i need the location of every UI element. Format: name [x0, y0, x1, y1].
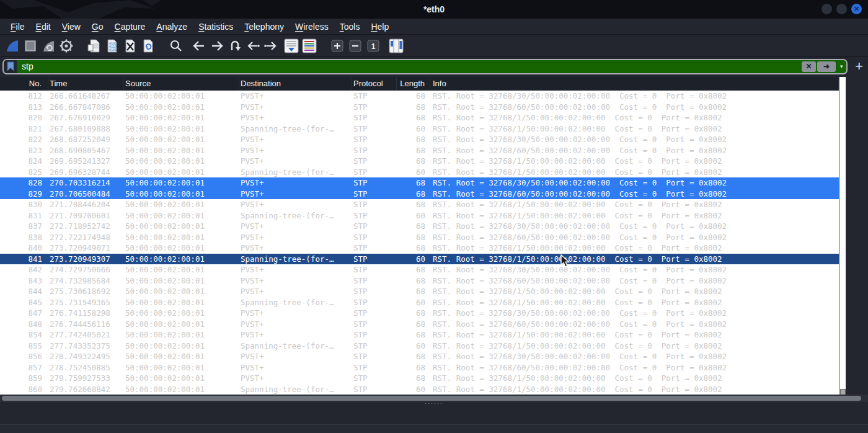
- column-header-time[interactable]: Time: [48, 77, 124, 91]
- packet-row[interactable]: 831271.70970060150:00:00:02:00:01Spannin…: [0, 210, 839, 221]
- packet-row[interactable]: 848276.74445611650:00:00:02:00:01PVST+ST…: [0, 319, 839, 330]
- packet-row[interactable]: 845275.73154936550:00:00:02:00:01Spannin…: [0, 297, 839, 308]
- close-button[interactable]: ✕: [851, 4, 862, 14]
- minimize-button[interactable]: [822, 4, 832, 14]
- go-forward-icon[interactable]: [208, 37, 225, 54]
- cell-protocol: STP: [352, 254, 397, 265]
- packet-row[interactable]: 855277.74335237550:00:00:02:00:01Spannin…: [0, 341, 839, 352]
- packet-row[interactable]: 854277.74240502150:00:00:02:00:01PVST+ST…: [0, 329, 839, 341]
- column-header-source[interactable]: Source: [124, 77, 239, 91]
- go-first-packet-icon[interactable]: [244, 37, 261, 54]
- column-header-info[interactable]: Info: [430, 77, 839, 91]
- cell-source: 50:00:00:02:00:01: [124, 145, 239, 156]
- menu-capture[interactable]: Capture: [109, 20, 151, 33]
- go-back-icon[interactable]: [190, 37, 207, 54]
- cell-protocol: STP: [352, 329, 397, 341]
- filter-apply-button[interactable]: ➜: [817, 61, 836, 72]
- capture-options-icon[interactable]: [58, 37, 74, 54]
- cell-destination: PVST+: [239, 199, 352, 210]
- packet-row[interactable]: 840273.72094907150:00:00:02:00:01PVST+ST…: [0, 243, 839, 254]
- cell-time: 274.729750666: [48, 264, 124, 275]
- column-header-destination[interactable]: Destination: [239, 77, 352, 91]
- menu-tools[interactable]: Tools: [334, 20, 366, 33]
- cell-info: RST. Root = 32768/60/50:00:00:02:00:00 C…: [430, 319, 839, 330]
- go-to-packet-icon[interactable]: [226, 37, 243, 54]
- packet-row[interactable]: 825269.69632874450:00:00:02:00:01Spannin…: [0, 167, 839, 178]
- cell-protocol: STP: [352, 264, 397, 275]
- filter-bookmark-button[interactable]: [4, 60, 17, 73]
- packet-row[interactable]: 830271.70844620450:00:00:02:00:01PVST+ST…: [0, 199, 839, 210]
- packet-row[interactable]: 859279.75992753350:00:00:02:00:01PVST+ST…: [0, 373, 839, 384]
- cell-destination: Spanning-tree-(for-…: [239, 297, 352, 308]
- column-header-length[interactable]: Length: [397, 77, 430, 91]
- packet-row[interactable]: 844275.73061869250:00:00:02:00:01PVST+ST…: [0, 286, 839, 297]
- cell-info: RST. Root = 32768/1/50:00:00:02:00:00 Co…: [430, 199, 839, 210]
- menu-analyze[interactable]: Analyze: [151, 20, 193, 33]
- packet-row[interactable]: 820267.67691002950:00:00:02:00:01PVST+ST…: [0, 112, 839, 123]
- packet-row[interactable]: 813266.66784708650:00:00:02:00:01PVST+ST…: [0, 102, 839, 113]
- stop-capture-icon[interactable]: [22, 37, 38, 54]
- packet-row[interactable]: 823268.69080546750:00:00:02:00:01PVST+ST…: [0, 145, 839, 156]
- start-capture-icon[interactable]: [4, 37, 20, 54]
- cell-destination: Spanning-tree-(for-…: [239, 384, 352, 395]
- find-packet-icon[interactable]: [167, 37, 184, 54]
- packet-row[interactable]: 828270.70331621450:00:00:02:00:01PVST+ST…: [0, 177, 839, 189]
- column-header-protocol[interactable]: Protocol: [352, 77, 397, 91]
- packet-row[interactable]: 838272.72217494850:00:00:02:00:01PVST+ST…: [0, 232, 839, 243]
- cell-source: 50:00:00:02:00:01: [124, 210, 239, 221]
- reload-file-icon[interactable]: [140, 37, 156, 54]
- menu-view[interactable]: View: [56, 20, 86, 33]
- packet-row[interactable]: 821267.68010988850:00:00:02:00:01Spannin…: [0, 123, 839, 135]
- restart-capture-icon[interactable]: [40, 37, 56, 54]
- menu-wireless[interactable]: Wireless: [290, 20, 334, 33]
- close-file-icon[interactable]: [122, 37, 138, 54]
- filter-dropdown-caret[interactable]: ▼: [836, 60, 846, 73]
- packet-row[interactable]: 822268.68725204950:00:00:02:00:01PVST+ST…: [0, 134, 839, 145]
- packet-row[interactable]: 824269.69524132750:00:00:02:00:01PVST+ST…: [0, 156, 839, 167]
- packet-row[interactable]: 860279.76266884250:00:00:02:00:01Spannin…: [0, 384, 839, 395]
- resize-columns-icon[interactable]: [388, 37, 404, 54]
- packet-row[interactable]: 837272.71895274250:00:00:02:00:01PVST+ST…: [0, 221, 839, 232]
- zoom-out-icon[interactable]: [347, 37, 363, 54]
- cell-no: 813: [0, 102, 48, 113]
- auto-scroll-icon[interactable]: [283, 37, 299, 54]
- cell-info: RST. Root = 32768/1/50:00:00:02:00:00 Co…: [430, 329, 839, 341]
- menu-statistics[interactable]: Statistics: [193, 20, 239, 33]
- display-filter-field[interactable]: stp ✕ ➜ ▼: [2, 59, 848, 74]
- packet-row[interactable]: 843274.73298568450:00:00:02:00:01PVST+ST…: [0, 275, 839, 287]
- packet-row[interactable]: 829270.70650048450:00:00:02:00:01PVST+ST…: [0, 189, 839, 200]
- save-file-icon[interactable]: 010101100101: [104, 37, 120, 54]
- cell-length: 60: [397, 123, 430, 135]
- packet-row[interactable]: 847276.74115829850:00:00:02:00:01PVST+ST…: [0, 308, 839, 319]
- maximize-button[interactable]: [836, 4, 847, 14]
- packet-row[interactable]: 857278.75245088550:00:00:02:00:01PVST+ST…: [0, 362, 839, 373]
- zoom-in-icon[interactable]: [329, 37, 345, 54]
- packet-row[interactable]: 856278.74932249550:00:00:02:00:01PVST+ST…: [0, 351, 839, 362]
- cell-source: 50:00:00:02:00:01: [124, 308, 239, 319]
- filter-add-button[interactable]: +: [855, 60, 863, 73]
- cell-length: 68: [397, 286, 430, 297]
- menu-help[interactable]: Help: [365, 20, 394, 33]
- cell-no: 837: [0, 221, 48, 232]
- menu-file[interactable]: File: [5, 20, 30, 33]
- toolbar-separator: [318, 45, 328, 46]
- filter-clear-button[interactable]: ✕: [802, 61, 816, 72]
- packet-row[interactable]: 841273.72094930750:00:00:02:00:01Spannin…: [0, 254, 839, 265]
- menu-edit[interactable]: Edit: [30, 20, 56, 33]
- menu-go[interactable]: Go: [86, 20, 109, 33]
- open-file-icon[interactable]: [86, 37, 102, 54]
- normal-size-icon[interactable]: 1: [365, 37, 381, 54]
- go-last-packet-icon[interactable]: [262, 37, 279, 54]
- packet-row[interactable]: 812266.66164826750:00:00:02:00:01PVST+ST…: [0, 91, 839, 102]
- vertical-scrollbar[interactable]: [839, 77, 846, 402]
- cell-destination: PVST+: [239, 362, 352, 373]
- cell-source: 50:00:00:02:00:01: [124, 373, 239, 384]
- cell-protocol: STP: [352, 91, 397, 102]
- display-filter-input[interactable]: stp: [17, 60, 801, 73]
- menu-telephony[interactable]: Telephony: [239, 20, 290, 33]
- packet-row[interactable]: 842274.72975066650:00:00:02:00:01PVST+ST…: [0, 264, 839, 275]
- window-controls: ✕: [822, 4, 862, 14]
- cell-source: 50:00:00:02:00:01: [124, 254, 239, 265]
- colorize-packets-icon[interactable]: [301, 37, 317, 54]
- column-header-no[interactable]: No.: [0, 77, 48, 91]
